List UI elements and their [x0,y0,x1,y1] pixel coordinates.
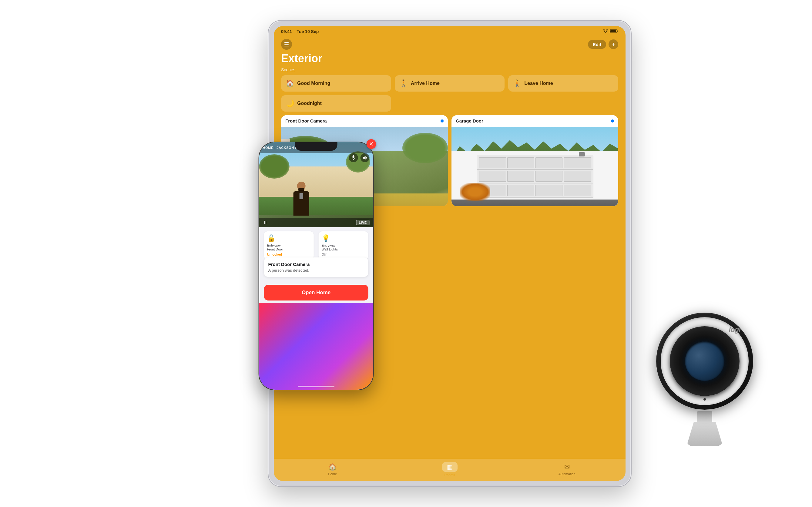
logi-camera-body: logi [656,313,753,410]
scenes-section: Scenes 🏠 Good Morning 🚶 Arrive Home 🚶 [274,66,626,115]
live-badge: LIVE [356,220,369,225]
home-indicator [298,386,335,387]
garage-door-camera-header: Garage Door [452,115,618,126]
good-morning-icon: 🏠 [286,79,294,87]
battery-icon [610,29,618,34]
iphone-home-label: HOME | JACKSON ST [263,146,300,150]
good-morning-label: Good Morning [297,81,330,86]
scene-card-good-morning[interactable]: 🏠 Good Morning [281,75,391,92]
front-door-camera-header: Front Door Camera [281,115,448,126]
ipad-status-right [603,29,618,34]
garage-door-camera-card: Garage Door [452,115,618,206]
ipad-status-time: 09:41 Tue 10 Sep [281,29,319,34]
iphone-camera-feed: HOME | JACKSON ST ··· [259,142,373,227]
add-button[interactable]: + [608,40,618,49]
play-pause-button[interactable]: ⏸ [263,220,268,225]
tab-rooms[interactable]: ▦ Rooms [391,462,509,477]
hamburger-menu-button[interactable] [281,39,292,50]
rooms-tab-icon: ▦ [442,462,458,472]
front-door-active-dot [441,119,444,122]
leave-home-icon: 🚶 [513,79,521,87]
arrive-home-label: Arrive Home [411,81,440,86]
iphone-playback-overlay: ⏸ LIVE [259,218,373,227]
iphone-screen: HOME | JACKSON ST ··· [259,142,373,390]
logi-camera-neck [697,411,712,423]
ipad-top-right: Edit + [588,40,618,49]
entryway-lock-tile[interactable]: 🔓 EntrywayFront Door Unlocked [264,231,314,259]
iphone-notch [295,142,338,151]
front-door-camera-title: Front Door Camera [285,118,327,123]
goodnight-label: Goodnight [297,101,322,106]
svg-marker-4 [363,156,366,160]
scene-card-arrive-home[interactable]: 🚶 Arrive Home [395,75,505,92]
tab-automation[interactable]: ✉ Automation [508,463,626,476]
iphone-frame: HOME | JACKSON ST ··· [258,142,374,390]
notification-body: A person was detected. [268,268,364,273]
goodnight-icon: 🌙 [286,100,294,107]
open-home-button[interactable]: Open Home [264,285,368,300]
rooms-tab-label: Rooms [445,473,455,477]
automation-tab-label: Automation [559,472,576,476]
svg-rect-1 [611,30,616,32]
logi-camera-stand [687,422,723,446]
ipad-tab-bar: 🏠 Home ▦ Rooms ✉ Automation [274,459,626,481]
main-scene: 09:41 Tue 10 Sep [0,0,812,507]
mic-button[interactable] [349,153,358,162]
playback-controls: ⏸ [263,220,275,225]
arrive-home-icon: 🚶 [400,79,408,87]
speaker-button[interactable] [360,153,369,162]
wifi-icon [603,30,608,34]
entryway-lights-tile[interactable]: 💡 EntrywayWall Lights Off [319,231,368,259]
leave-home-label: Leave Home [524,81,553,86]
logi-status-indicator [703,398,706,401]
scene-card-goodnight[interactable]: 🌙 Goodnight [281,95,391,112]
ipad-top-bar: Edit + [274,37,626,50]
scenes-label: Scenes [281,67,618,72]
light-icon: 💡 [322,234,365,242]
garage-door-active-dot [611,119,614,122]
entryway-lights-name: EntrywayWall Lights [322,243,365,251]
logi-lens-outer [670,326,740,396]
scenes-row2: 🌙 Goodnight [281,95,618,112]
logi-lens-inner [685,341,724,381]
entryway-lock-status: Unlocked [267,252,311,256]
scene-card-leave-home[interactable]: 🚶 Leave Home [508,75,618,92]
edit-button[interactable]: Edit [588,40,606,49]
automation-tab-icon: ✉ [564,463,570,471]
page-title: Exterior [274,50,626,66]
close-button[interactable]: ✕ [366,139,376,149]
home-tab-icon: 🏠 [328,463,337,471]
svg-rect-2 [353,155,354,158]
notification-title: Front Door Camera [268,262,364,267]
ipad-status-bar: 09:41 Tue 10 Sep [274,26,626,37]
garage-door-camera-title: Garage Door [456,118,483,123]
entryway-lights-status: Off [322,252,365,256]
iphone-wrapper: ✕ [258,142,374,390]
iphone-top-controls [349,153,369,162]
tab-home[interactable]: 🏠 Home [274,463,391,476]
home-tab-label: Home [328,472,337,476]
iphone-delivery-person [293,182,309,216]
lock-icon: 🔓 [267,234,311,242]
logi-camera-wrapper: logi [638,306,771,446]
scenes-grid: 🏠 Good Morning 🚶 Arrive Home 🚶 Leave Hom… [281,75,618,92]
iphone-notification: Front Door Camera A person was detected. [264,258,368,277]
logi-brand-logo: logi [729,325,741,334]
entryway-lock-name: EntrywayFront Door [267,243,311,251]
iphone-wallpaper [259,303,373,390]
